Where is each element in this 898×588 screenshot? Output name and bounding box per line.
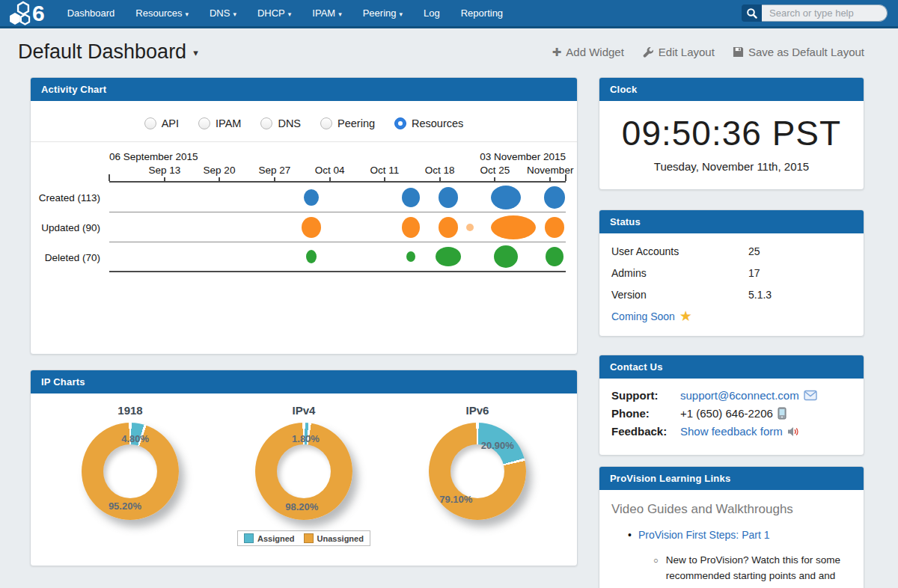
ip-charts-widget: IP Charts 19184.80%95.20%IPv41.80%98.20%… <box>30 370 578 566</box>
activity-row-plot <box>109 212 566 242</box>
edit-layout-button[interactable]: Edit Layout <box>642 46 715 58</box>
axis-tick-mark <box>384 177 385 181</box>
radio-circle[interactable] <box>198 117 210 129</box>
radio-resources[interactable]: Resources <box>394 117 463 129</box>
donut-chart-ipv4: IPv41.80%98.20% <box>237 404 370 520</box>
learning-links-header: ProVision Learning Links <box>599 467 864 490</box>
edit-layout-label: Edit Layout <box>659 46 715 58</box>
clock-date: Tuesday, November 11th, 2015 <box>607 160 856 173</box>
radio-dot <box>398 121 403 126</box>
nav-item-peering[interactable]: Peering▾ <box>363 7 403 19</box>
circle-bullet-icon: ○ <box>653 553 659 588</box>
save-default-layout-button[interactable]: Save as Default Layout <box>733 46 864 58</box>
status-label: Version <box>611 289 748 301</box>
donut-hole <box>103 444 157 498</box>
learning-bullet-row: • ProVision First Steps: Part 1 <box>628 529 852 541</box>
activity-bubble <box>402 217 420 238</box>
contact-label: Feedback: <box>611 425 680 438</box>
add-widget-button[interactable]: ✚ Add Widget <box>552 46 624 59</box>
search-button[interactable] <box>742 4 762 22</box>
logo[interactable]: 6 <box>9 1 45 25</box>
donut-ring: 1.80%98.20% <box>255 423 352 520</box>
range-end-label: 03 November 2015 <box>480 151 566 162</box>
nav-item-dashboard[interactable]: Dashboard <box>67 7 115 19</box>
nav-item-dhcp[interactable]: DHCP▾ <box>257 7 291 19</box>
activity-bubble <box>491 186 521 209</box>
activity-row-label: Created (113) <box>31 183 109 212</box>
unassigned-pct-label: 98.20% <box>285 500 318 512</box>
nav-item-dns[interactable]: DNS▾ <box>210 7 236 19</box>
donut-title: IPv4 <box>237 404 370 417</box>
phone-icon <box>778 407 786 420</box>
coming-soon-row: Coming Soon ★ <box>611 310 852 322</box>
page-header: Default Dashboard▾ ✚ Add Widget Edit Lay… <box>0 28 898 73</box>
status-row-admins: Admins 17 <box>611 267 852 279</box>
radio-label: DNS <box>278 117 301 129</box>
support-email-link[interactable]: support@6connect.com <box>680 389 799 402</box>
nav-item-ipam[interactable]: IPAM▾ <box>312 7 341 19</box>
bullet-icon: • <box>628 529 632 541</box>
search-bar <box>742 4 888 22</box>
unassigned-pct-label: 95.20% <box>109 500 141 512</box>
activity-filter-group: APIIPAMDNSPeeringResources <box>31 101 577 142</box>
first-steps-link[interactable]: ProVision First Steps: Part 1 <box>638 529 770 541</box>
axis-tick-label: Oct 04 <box>315 165 345 176</box>
status-widget: Status User Accounts 25 Admins 17 Versio… <box>599 209 864 337</box>
activity-bubble <box>436 247 461 266</box>
radio-label: Resources <box>412 117 463 129</box>
search-input[interactable] <box>762 4 888 22</box>
chevron-down-icon: ▾ <box>288 10 292 18</box>
range-start-label: 06 September 2015 <box>109 151 198 162</box>
radio-api[interactable]: API <box>144 117 179 129</box>
activity-bubble <box>406 251 415 262</box>
assigned-pct-label: 4.80% <box>121 433 149 444</box>
status-body: User Accounts 25 Admins 17 Version 5.1.3… <box>599 233 864 336</box>
learning-note: New to ProVision? Watch this for some re… <box>666 553 852 588</box>
radio-label: API <box>162 117 179 129</box>
radio-circle[interactable] <box>144 117 156 129</box>
nav-item-resources[interactable]: Resources▾ <box>135 7 189 19</box>
nav-item-reporting[interactable]: Reporting <box>461 7 503 19</box>
contact-label: Phone: <box>611 407 680 420</box>
donut-ring: 4.80%95.20% <box>82 423 179 520</box>
activity-bubble <box>545 217 564 238</box>
radio-ipam[interactable]: IPAM <box>198 117 241 129</box>
axis-tick-mark <box>329 177 331 181</box>
axis-tick-label: Sep 20 <box>204 165 236 176</box>
donut-hole <box>450 444 504 498</box>
legend-swatch <box>304 533 314 543</box>
activity-row-plot <box>109 183 566 212</box>
coming-soon-link[interactable]: Coming Soon <box>611 310 675 322</box>
radio-peering[interactable]: Peering <box>320 117 375 129</box>
feedback-form-link[interactable]: Show feedback form <box>680 425 783 438</box>
legend-label: Unassigned <box>317 534 364 543</box>
activity-bubble <box>304 189 319 206</box>
axis-end-tick <box>109 174 110 181</box>
radio-circle[interactable] <box>260 117 272 129</box>
status-header: Status <box>599 210 864 233</box>
chevron-down-icon: ▾ <box>338 10 342 18</box>
plus-icon: ✚ <box>552 46 562 59</box>
radio-dns[interactable]: DNS <box>260 117 301 129</box>
chevron-down-icon: ▾ <box>233 10 236 18</box>
legend-item-unassigned: Unassigned <box>304 533 364 543</box>
page-title[interactable]: Default Dashboard▾ <box>18 40 198 64</box>
legend-label: Assigned <box>257 534 295 543</box>
ip-charts-body: 19184.80%95.20%IPv41.80%98.20%IPv620.90%… <box>31 393 577 566</box>
activity-bubble <box>439 217 458 238</box>
brand-text: 6 <box>32 1 45 25</box>
assigned-pct-label: 20.90% <box>481 440 514 451</box>
donut-chart-1918: 19184.80%95.20% <box>64 404 197 520</box>
axis-tick-label: Sep 27 <box>258 165 290 176</box>
search-icon <box>746 7 758 19</box>
activity-row: Deleted (70) <box>31 242 566 272</box>
activity-bubble <box>439 187 458 208</box>
nav-item-log[interactable]: Log <box>424 7 440 19</box>
radio-circle[interactable] <box>320 117 332 129</box>
wrench-icon <box>642 46 654 58</box>
contact-label: Support: <box>611 389 680 402</box>
learning-links-widget: ProVision Learning Links Video Guides an… <box>599 466 864 588</box>
axis-tick-mark <box>274 177 275 181</box>
contact-row-support: Support: support@6connect.com <box>611 389 852 402</box>
radio-circle[interactable] <box>394 117 406 129</box>
